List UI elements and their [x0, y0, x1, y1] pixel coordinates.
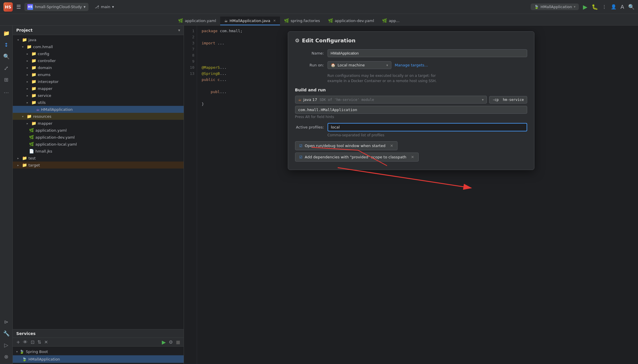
- tab-app-extra[interactable]: 🌿 app...: [378, 17, 404, 25]
- tree-utils[interactable]: ▸ 📁 utils: [13, 99, 184, 106]
- services-group-arrow: ▾: [16, 350, 18, 353]
- tree-arrow-utils: ▸: [27, 101, 30, 104]
- tree-label-test: test: [28, 156, 36, 160]
- hamburger-menu[interactable]: ☰: [16, 4, 21, 10]
- sidebar-icons: 📁 ↕ 🔍 ⑇ ⊞ … ⊳ 🔧 ▷ ⊗: [0, 26, 13, 364]
- dialog-overlay: ⚙ Edit Configuration Name: Run on: 🏠 Loc…: [184, 26, 638, 364]
- services-add-btn[interactable]: +: [16, 339, 20, 345]
- project-tree: ▾ 📁 java ▾ 📁 com.hmall ▸ 📁 config ▸: [13, 35, 184, 329]
- account-icon[interactable]: 👤: [611, 4, 617, 10]
- tab-application-yaml[interactable]: 🌿 application.yaml: [174, 17, 220, 25]
- class-icon-hmall: ☕: [36, 107, 40, 112]
- tree-resources[interactable]: ▾ 📁 resources: [13, 113, 184, 120]
- tree-mapper[interactable]: ▸ 📁 mapper: [13, 85, 184, 92]
- services-close-btn[interactable]: ✕: [44, 339, 48, 345]
- name-input[interactable]: [328, 49, 527, 57]
- services-run-btn[interactable]: ▶: [162, 339, 166, 345]
- tab-label-extra: app...: [389, 19, 400, 23]
- sdk-java-icon: ☕: [298, 97, 302, 102]
- sidebar-icon-more[interactable]: …: [1, 86, 12, 96]
- tree-application-dev-yaml[interactable]: 🌿 application-dev.yaml: [13, 134, 184, 141]
- services-run-controls: ▶ ⚙ ■: [162, 339, 180, 345]
- tree-arrow-service: ▸: [27, 94, 30, 97]
- tree-interceptor[interactable]: ▸ 📁 interceptor: [13, 78, 184, 85]
- tabs-bar: 🌿 application.yaml ☕ HMallApplication.ja…: [0, 14, 638, 26]
- project-name-selector[interactable]: HS hmall-SpringCloud-Study ▾: [24, 3, 88, 11]
- sdk-dropdown[interactable]: ☕ java 17 SDK of 'hm-service' module ▾: [295, 96, 487, 104]
- yaml-icon-application: 🌿: [29, 128, 34, 133]
- tree-target[interactable]: ▸ 📁 target: [13, 162, 184, 169]
- more-options-icon[interactable]: ⋮: [602, 4, 607, 10]
- sidebar-icon-services[interactable]: ⊳: [1, 316, 12, 327]
- services-toolbar: + 👁 ⊡ ⇅ ✕ ▶ ⚙ ■: [13, 338, 184, 347]
- sidebar-icon-database[interactable]: ⊞: [1, 74, 12, 85]
- tree-enums[interactable]: ▸ 📁 enums: [13, 71, 184, 78]
- run-config-selector[interactable]: 🍃 Edit Configuration HMallApplication ▾: [531, 3, 579, 10]
- active-profiles-label: Active profiles:: [295, 125, 324, 129]
- sidebar-icon-run[interactable]: ▷: [1, 340, 12, 350]
- services-layout-btn[interactable]: ⊡: [30, 339, 34, 345]
- local-machine-icon: 🏠: [331, 63, 335, 67]
- sidebar-icon-search[interactable]: 🔍: [1, 51, 12, 61]
- tree-config[interactable]: ▸ 📁 config: [13, 50, 184, 57]
- sidebar-icon-terminal[interactable]: ⊗: [1, 351, 12, 362]
- services-stop-btn[interactable]: ■: [176, 339, 180, 345]
- tab-label-java: HMallApplication.java: [229, 19, 270, 23]
- file-icon-jks: 📄: [29, 149, 34, 153]
- folder-icon-domain: 📁: [31, 65, 36, 70]
- services-eye-btn[interactable]: 👁: [23, 339, 28, 345]
- tree-label-application-local-yaml: application-local.yaml: [35, 142, 77, 146]
- run-button[interactable]: ▶: [583, 3, 587, 10]
- tree-application-local-yaml[interactable]: 🌿 application-local.yaml: [13, 141, 184, 148]
- tab-icon-factories: 🌿: [284, 18, 289, 23]
- checkbox-add-deps[interactable]: ☑ Add dependencies with "provided" scope…: [295, 153, 419, 162]
- tree-label-application-yaml: application.yaml: [35, 128, 67, 133]
- checkbox-label-2: Add dependencies with "provided" scope t…: [305, 155, 406, 159]
- dialog-title: ⚙ Edit Configuration: [295, 37, 527, 44]
- dialog-name-row: Name:: [295, 49, 527, 57]
- tree-application-yaml[interactable]: 🌿 application.yaml: [13, 127, 184, 134]
- manage-targets-link[interactable]: Manage targets...: [395, 63, 428, 67]
- checkbox-icon-2: ☑: [299, 155, 303, 159]
- tab-hmall-application[interactable]: ☕ HMallApplication.java ✕: [220, 17, 280, 25]
- edit-configuration-dialog: ⚙ Edit Configuration Name: Run on: 🏠 Loc…: [288, 31, 534, 170]
- sidebar-icon-folder[interactable]: 📁: [1, 28, 12, 38]
- services-spring-boot-group[interactable]: ▾ 🍃 Spring Boot: [13, 348, 184, 355]
- press-alt-hint: Press Alt for field hints: [295, 115, 527, 119]
- tab-application-dev[interactable]: 🌿 application-dev.yaml: [324, 17, 378, 25]
- sidebar-icon-branches[interactable]: ⑇: [1, 63, 12, 73]
- tree-controller[interactable]: ▸ 📁 controller: [13, 57, 184, 64]
- sidebar-icon-tools[interactable]: 🔧: [1, 328, 12, 338]
- cp-field: -cp hm-service: [489, 96, 527, 104]
- services-content: ▾ 🍃 Spring Boot 🍃 HMallApplication: [13, 347, 184, 364]
- services-hmall-app[interactable]: 🍃 HMallApplication: [13, 355, 184, 363]
- tree-mapper-resources[interactable]: ▸ 📁 mapper: [13, 120, 184, 127]
- run-on-dropdown[interactable]: 🏠 Local machine ▾: [328, 61, 391, 69]
- sidebar-icon-git[interactable]: ↕: [1, 39, 12, 50]
- services-spring-boot-label: Spring Boot: [26, 349, 48, 354]
- tree-hmall-jks[interactable]: 📄 hmall.jks: [13, 148, 184, 155]
- branch-selector[interactable]: ⎇ main ▾: [92, 3, 117, 10]
- search-icon[interactable]: 🔍: [628, 4, 635, 10]
- translate-icon[interactable]: A: [621, 4, 624, 10]
- services-sort-btn[interactable]: ⇅: [37, 339, 41, 345]
- tab-close-java[interactable]: ✕: [273, 19, 276, 23]
- active-profiles-input[interactable]: [328, 123, 527, 131]
- main-class-input[interactable]: [295, 106, 527, 114]
- branch-dropdown-icon: ▾: [112, 5, 114, 9]
- tree-test[interactable]: ▸ 📁 test: [13, 155, 184, 162]
- tree-label-config: config: [38, 52, 49, 56]
- tree-service[interactable]: ▸ 📁 service: [13, 92, 184, 99]
- checkbox-close-1[interactable]: ✕: [390, 144, 393, 148]
- services-debug-gear-btn[interactable]: ⚙: [169, 339, 173, 345]
- debug-button[interactable]: 🐛: [592, 4, 598, 10]
- tab-spring-factories[interactable]: 🌿 spring.factories: [280, 17, 324, 25]
- tree-domain[interactable]: ▸ 📁 domain: [13, 64, 184, 71]
- tree-arrow-enums: ▸: [27, 73, 30, 76]
- run-on-label: Run on:: [295, 63, 324, 67]
- checkbox-run-debug[interactable]: ☑ Open run/debug tool window when starte…: [295, 141, 398, 150]
- tree-com-hmall[interactable]: ▾ 📁 com.hmall: [13, 43, 184, 50]
- checkbox-close-2[interactable]: ✕: [411, 155, 414, 159]
- tree-java[interactable]: ▾ 📁 java: [13, 36, 184, 43]
- tree-hmall-application[interactable]: ☕ HMallApplication: [13, 106, 184, 113]
